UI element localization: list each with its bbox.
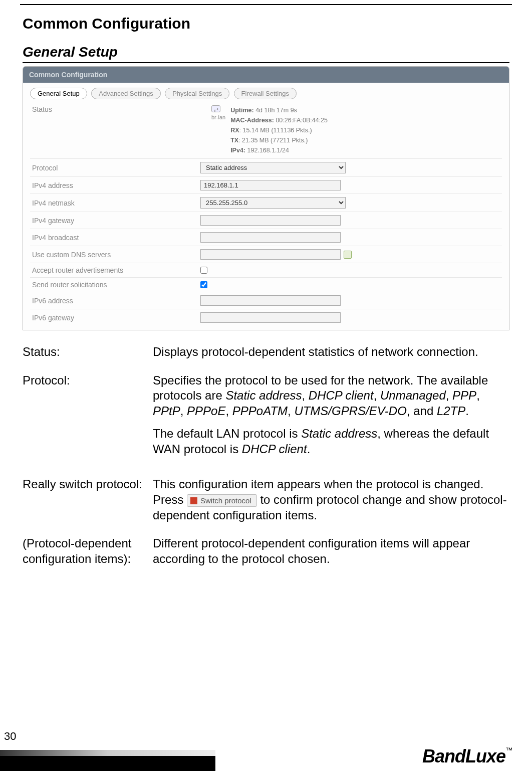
- desc-switch: Really switch protocol: This configurati…: [23, 477, 509, 523]
- tab-firewall-settings[interactable]: Firewall Settings: [234, 88, 297, 99]
- config-panel: Common Configuration General Setup Advan…: [23, 66, 509, 330]
- panel-header: Common Configuration: [23, 67, 509, 83]
- tab-advanced-settings[interactable]: Advanced Settings: [91, 88, 160, 99]
- protocol-label: Protocol: [30, 164, 200, 172]
- accept-ra-label: Accept router advertisements: [30, 266, 200, 274]
- desc-protocol-def: Specifies the protocol to be used for th…: [153, 373, 509, 464]
- dns-label: Use custom DNS servers: [30, 251, 200, 259]
- ipv6-address-label: IPv6 address: [30, 297, 200, 305]
- desc-status: Status: Displays protocol-dependent stat…: [23, 344, 509, 360]
- ipv4-gateway-row: IPv4 gateway: [30, 212, 502, 229]
- interface-icon: ⇄ br-lan: [211, 105, 225, 122]
- desc-switch-term: Really switch protocol:: [23, 477, 153, 523]
- send-rs-row: Send router solicitations: [30, 277, 502, 292]
- protocol-row: Protocol Static address: [30, 158, 502, 176]
- ipv6-address-row: IPv6 address: [30, 292, 502, 309]
- tab-physical-settings[interactable]: Physical Settings: [165, 88, 229, 99]
- desc-pdep-def: Different protocol-dependent configurati…: [153, 536, 509, 566]
- ipv6-gateway-input[interactable]: [200, 312, 341, 323]
- switch-protocol-icon: [190, 497, 197, 504]
- send-rs-checkbox[interactable]: [200, 281, 207, 288]
- desc-protocol: Protocol: Specifies the protocol to be u…: [23, 373, 509, 464]
- protocol-select[interactable]: Static address: [200, 162, 346, 173]
- ipv4-address-label: IPv4 address: [30, 181, 200, 189]
- status-row: Status ⇄ br-lan Uptime: 4d 18h 17m 9s MA…: [30, 102, 502, 158]
- ipv4-gateway-label: IPv4 gateway: [30, 217, 200, 225]
- ipv4-netmask-select[interactable]: 255.255.255.0: [200, 197, 346, 209]
- switch-protocol-button[interactable]: Switch protocol: [187, 494, 257, 507]
- ipv4-address-row: IPv4 address: [30, 176, 502, 194]
- ipv4-address-input[interactable]: [200, 180, 341, 190]
- accept-ra-checkbox[interactable]: [200, 267, 207, 274]
- status-label: Status: [30, 105, 200, 113]
- page-number: 30: [4, 730, 16, 743]
- ipv4-gateway-input[interactable]: [200, 215, 341, 226]
- desc-pdep: (Protocol-dependent configuration items)…: [23, 536, 509, 566]
- ipv4-netmask-label: IPv4 netmask: [30, 199, 200, 207]
- tab-row: General Setup Advanced Settings Physical…: [30, 88, 502, 99]
- status-text: Uptime: 4d 18h 17m 9s MAC-Address: 00:26…: [230, 105, 328, 155]
- desc-status-term: Status:: [23, 344, 153, 360]
- ipv6-address-input[interactable]: [200, 295, 341, 306]
- desc-status-def: Displays protocol-dependent statistics o…: [153, 344, 509, 360]
- send-rs-label: Send router solicitations: [30, 281, 200, 289]
- dns-row: Use custom DNS servers: [30, 246, 502, 263]
- desc-switch-def: This configuration item appears when the…: [153, 477, 509, 523]
- ipv4-netmask-row: IPv4 netmask 255.255.255.0: [30, 194, 502, 212]
- page-title: Common Configuration: [23, 15, 532, 32]
- ipv4-broadcast-label: IPv4 broadcast: [30, 234, 200, 242]
- ipv4-broadcast-input[interactable]: [200, 232, 341, 243]
- section-title: General Setup: [23, 44, 509, 63]
- ipv4-broadcast-row: IPv4 broadcast: [30, 229, 502, 246]
- ipv6-gateway-label: IPv6 gateway: [30, 314, 200, 322]
- tab-general-setup[interactable]: General Setup: [30, 88, 87, 99]
- desc-protocol-term: Protocol:: [23, 373, 153, 464]
- add-icon[interactable]: [344, 251, 352, 259]
- accept-ra-row: Accept router advertisements: [30, 263, 502, 277]
- dns-input[interactable]: [200, 249, 341, 260]
- ipv6-gateway-row: IPv6 gateway: [30, 309, 502, 326]
- page-footer: 30 BandLuxe™: [0, 726, 532, 771]
- desc-pdep-term: (Protocol-dependent configuration items)…: [23, 536, 153, 566]
- brand-logo: BandLuxe™: [422, 746, 512, 767]
